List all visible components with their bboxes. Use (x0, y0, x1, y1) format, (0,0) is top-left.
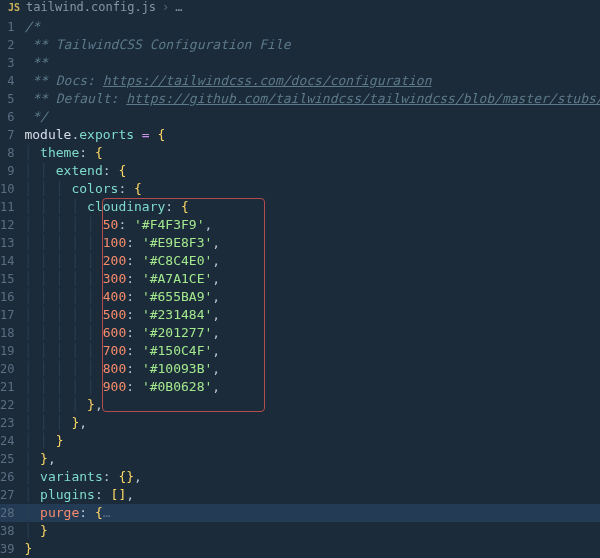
code-line: │ │ │ │ │ 700: '#150C4F', (24, 342, 600, 360)
chevron-right-icon: › (162, 0, 169, 14)
code-line: /* (24, 18, 600, 36)
code-line: ** TailwindCSS Configuration File (24, 36, 600, 54)
code-line: │ } (24, 522, 600, 540)
breadcrumb-trail: … (175, 0, 182, 14)
code-line: │ variants: {}, (24, 468, 600, 486)
line-number: 9 (7, 162, 14, 180)
line-number: 22 (0, 396, 14, 414)
code-line: ** (24, 54, 600, 72)
code-line: │ │ │ │ │ 400: '#655BA9', (24, 288, 600, 306)
code-line: │ │ │ }, (24, 414, 600, 432)
line-number: 20 (0, 360, 14, 378)
line-number: 26 (0, 468, 14, 486)
code-line: module.exports = { (24, 126, 600, 144)
line-number: 5 (7, 90, 14, 108)
code-line: │ purge: {… (24, 504, 600, 522)
line-number: 15 (0, 270, 14, 288)
line-number: 39 (0, 540, 14, 558)
code-line: ** Docs: https://tailwindcss.com/docs/co… (24, 72, 600, 90)
code-line: │ }, (24, 450, 600, 468)
code-line: │ │ │ │ │ 800: '#10093B', (24, 360, 600, 378)
line-number: 24 (0, 432, 14, 450)
line-number: 2 (7, 36, 14, 54)
line-number: 8 (7, 144, 14, 162)
line-number: 11 (0, 198, 14, 216)
line-number: 17 (0, 306, 14, 324)
code-line: │ │ │ │ │ 100: '#E9E8F3', (24, 234, 600, 252)
code-line: ** Default: https://github.com/tailwindc… (24, 90, 600, 108)
code-line: │ theme: { (24, 144, 600, 162)
line-number: 3 (7, 54, 14, 72)
code-line: │ │ │ │ │ 900: '#0B0628', (24, 378, 600, 396)
line-number: 19 (0, 342, 14, 360)
code-line: │ │ │ │ │ 50: '#F4F3F9', (24, 216, 600, 234)
code-line: │ │ │ │ │ 200: '#C8C4E0', (24, 252, 600, 270)
js-icon: JS (8, 2, 20, 13)
breadcrumb[interactable]: JS tailwind.config.js › … (0, 0, 600, 14)
code-line: } (24, 540, 600, 558)
code-line: │ │ │ │ cloudinary: { (24, 198, 600, 216)
line-number: 23 (0, 414, 14, 432)
line-number: ›38 (0, 522, 14, 540)
line-number: 1 (7, 18, 14, 36)
line-number: 12 (0, 216, 14, 234)
line-number: 28 (0, 504, 14, 522)
code-line: */ (24, 108, 600, 126)
code-line: │ │ │ │ }, (24, 396, 600, 414)
line-number: 27 (0, 486, 14, 504)
code-line: │ │ │ │ │ 600: '#201277', (24, 324, 600, 342)
code-area[interactable]: /* ** TailwindCSS Configuration File ** … (24, 14, 600, 558)
code-line: │ │ │ │ │ 500: '#231484', (24, 306, 600, 324)
code-editor[interactable]: 1 2 3 4 5 6 7 8 9 10 11 12 13 14 15 16 1… (0, 14, 600, 558)
code-line: │ plugins: [], (24, 486, 600, 504)
line-number: 6 (7, 108, 14, 126)
code-line: │ │ extend: { (24, 162, 600, 180)
line-number: 25 (0, 450, 14, 468)
line-number: 4 (7, 72, 14, 90)
line-number-gutter: 1 2 3 4 5 6 7 8 9 10 11 12 13 14 15 16 1… (0, 14, 24, 558)
editor-window: JS tailwind.config.js › … 1 2 3 4 5 6 7 … (0, 0, 600, 558)
code-line: │ │ │ colors: { (24, 180, 600, 198)
line-number: 14 (0, 252, 14, 270)
code-line: │ │ } (24, 432, 600, 450)
line-number: 10 (0, 180, 14, 198)
line-number: 7 (7, 126, 14, 144)
code-line: │ │ │ │ │ 300: '#A7A1CE', (24, 270, 600, 288)
line-number: 21 (0, 378, 14, 396)
line-number: 16 (0, 288, 14, 306)
breadcrumb-filename: tailwind.config.js (26, 0, 156, 14)
line-number: 18 (0, 324, 14, 342)
line-number: 13 (0, 234, 14, 252)
